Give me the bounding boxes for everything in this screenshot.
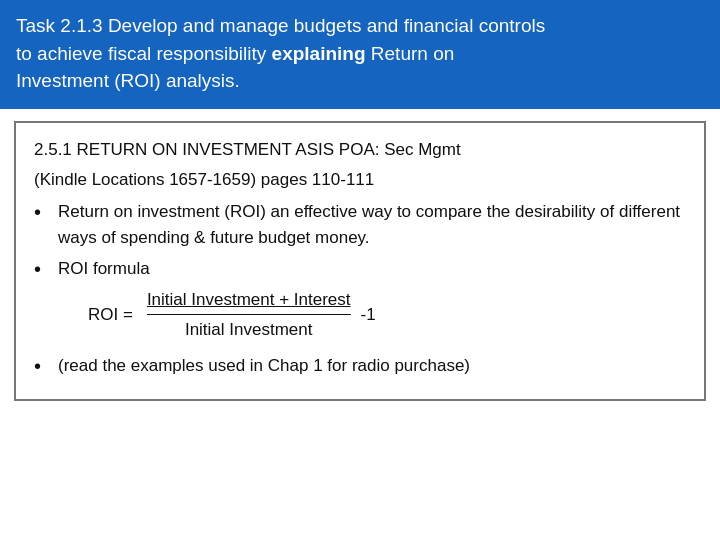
list-item: • Return on investment (ROI) an effectiv… — [34, 199, 686, 250]
bullet-icon: • — [34, 256, 54, 282]
bullet-list: • Return on investment (ROI) an effectiv… — [34, 199, 686, 379]
bullet-text-2: ROI formula ROI = Initial Investment + I… — [58, 256, 376, 347]
roi-numerator: Initial Investment + Interest — [147, 286, 351, 315]
header-line2-prefix: to achieve fiscal responsibility — [16, 43, 272, 64]
header-line2-bold: explaining — [272, 43, 366, 64]
roi-exponent: -1 — [361, 301, 376, 328]
roi-denominator-text: Initial Investment — [147, 315, 351, 343]
header-line1: Task 2.1.3 Develop and manage budgets an… — [16, 12, 704, 40]
bullet-icon: • — [34, 353, 54, 379]
bullet-text-3: (read the examples used in Chap 1 for ra… — [58, 353, 470, 379]
header-line3: Investment (ROI) analysis. — [16, 67, 704, 95]
content-box: 2.5.1 RETURN ON INVESTMENT ASIS POA: Sec… — [14, 121, 706, 402]
bullet-text-1: Return on investment (ROI) an effective … — [58, 199, 686, 250]
roi-formula-block: ROI = Initial Investment + Interest Init… — [88, 286, 376, 343]
list-item: • ROI formula ROI = Initial Investment +… — [34, 256, 686, 347]
header-line2-suffix: Return on — [366, 43, 455, 64]
roi-fraction: Initial Investment + Interest Initial In… — [147, 286, 351, 343]
bullet-icon: • — [34, 199, 54, 225]
list-item: • (read the examples used in Chap 1 for … — [34, 353, 686, 379]
roi-formula-line: ROI = Initial Investment + Interest Init… — [88, 286, 376, 343]
section-title: 2.5.1 RETURN ON INVESTMENT ASIS POA: Sec… — [34, 137, 686, 163]
header-line2: to achieve fiscal responsibility explain… — [16, 40, 704, 68]
section-subtitle: (Kindle Locations 1657-1659) pages 110-1… — [34, 167, 686, 193]
header-banner: Task 2.1.3 Develop and manage budgets an… — [0, 0, 720, 109]
roi-equals-label: ROI = — [88, 301, 133, 328]
